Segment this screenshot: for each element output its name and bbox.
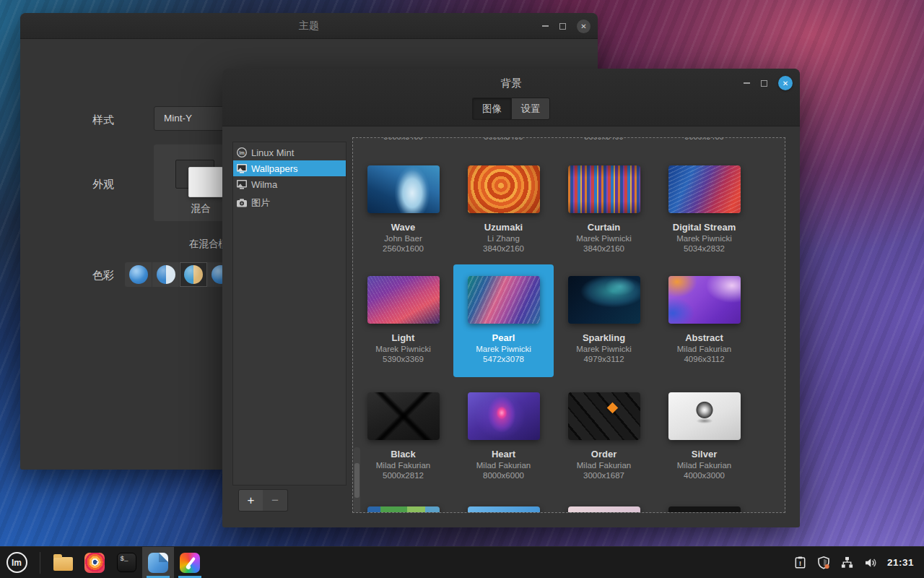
wallpaper-author: John Baer xyxy=(384,234,422,243)
wallpaper-resolution: 3840x2160 xyxy=(483,244,524,254)
wallpaper-author: Milad Fakurian xyxy=(476,461,531,470)
wallpaper-thumbnail[interactable] xyxy=(568,276,640,324)
view-switcher: 图像 设置 xyxy=(222,98,800,120)
volume-tray-icon[interactable] xyxy=(863,556,878,570)
wallpaper-thumbnail[interactable] xyxy=(668,392,741,440)
desktop: 主题 ✕ 样式 Mint-Y 外观 混合 在混合模 色彩 背景 xyxy=(0,0,924,578)
wallpaper-resolution: 5034x2832 xyxy=(684,244,725,254)
wallpaper-folders-sidebar: lm Linux Mint Wallpapers Wilma xyxy=(232,142,346,486)
wallpaper-thumbnail[interactable] xyxy=(468,506,540,513)
background-window: 背景 ✕ 图像 设置 lm Linux Mint xyxy=(222,69,800,527)
grid-scrollbar[interactable] xyxy=(354,447,360,513)
wallpaper-item[interactable]: Abstract Milad Fakurian 4096x3112 xyxy=(654,264,754,377)
wallpaper-thumbnail[interactable] xyxy=(568,165,640,213)
wallpaper-thumbnail[interactable] xyxy=(568,392,640,440)
wallpaper-author: Milad Fakurian xyxy=(677,345,731,354)
wallpaper-thumbnail[interactable] xyxy=(568,506,640,513)
firewall-shield-tray-icon[interactable] xyxy=(816,556,831,570)
backgrounds-app-button[interactable] xyxy=(142,547,174,578)
sidebar-item-linux-mint[interactable]: lm Linux Mint xyxy=(233,144,346,160)
tab-images[interactable]: 图像 xyxy=(472,98,511,120)
files-launcher[interactable] xyxy=(47,547,79,578)
terminal-icon: $_ xyxy=(117,553,136,572)
wallpaper-item[interactable]: Light Marek Piwnicki 5390x3369 xyxy=(353,264,453,377)
firefox-launcher[interactable] xyxy=(79,547,110,578)
wallpaper-item[interactable]: Black Milad Fakurian 5000x2812 xyxy=(353,387,453,480)
clipped-resolution: 5000x3400 xyxy=(353,138,453,143)
wallpaper-item[interactable]: Heart Milad Fakurian 8000x6000 xyxy=(453,387,554,480)
wallpaper-thumbnail[interactable] xyxy=(367,392,440,440)
linuxmint-logo-icon: lm xyxy=(6,552,27,573)
close-icon[interactable]: ✕ xyxy=(577,20,590,33)
wallpaper-thumbnail[interactable] xyxy=(668,506,741,513)
wallpaper-item[interactable]: Digital Stream Marek Piwnicki 5034x2832 xyxy=(654,160,754,254)
mint-menu-button[interactable]: lm xyxy=(0,547,33,578)
wallpaper-item[interactable]: Uzumaki Li Zhang 3840x2160 xyxy=(453,160,554,254)
wallpaper-resolution: 5390x3369 xyxy=(383,355,424,364)
wallpaper-name: Curtain xyxy=(588,222,621,233)
color-swatch-blue[interactable] xyxy=(125,262,152,287)
wallpaper-thumbnail[interactable] xyxy=(668,276,741,324)
wallpaper-author: Marek Piwnicki xyxy=(576,345,632,354)
themes-app-icon xyxy=(180,553,200,573)
minimize-icon[interactable] xyxy=(542,25,549,27)
clipped-wallpaper-row-bottom xyxy=(353,506,754,513)
wallpaper-thumbnail[interactable] xyxy=(468,165,540,213)
wallpaper-name: Digital Stream xyxy=(673,222,736,233)
wallpaper-author: Marek Piwnicki xyxy=(676,234,732,243)
style-label: 样式 xyxy=(92,113,114,127)
wallpaper-thumbnail[interactable] xyxy=(468,392,540,440)
add-folder-button[interactable]: + xyxy=(238,489,263,512)
network-tray-icon[interactable] xyxy=(840,556,854,569)
taskbar-separator xyxy=(40,552,40,574)
wallpaper-resolution: 2560x1600 xyxy=(383,244,424,254)
svg-text:lm: lm xyxy=(239,150,245,155)
maximize-icon[interactable] xyxy=(559,23,566,30)
sidebar-item-wilma[interactable]: Wilma xyxy=(233,176,346,192)
wallpaper-thumbnail[interactable] xyxy=(367,506,440,513)
wallpaper-item[interactable]: Order Milad Fakurian 3000x1687 xyxy=(554,387,654,480)
remove-folder-button[interactable]: − xyxy=(263,489,288,512)
sidebar-item-label: Wallpapers xyxy=(251,163,298,174)
wallpaper-author: Milad Fakurian xyxy=(677,461,731,470)
wallpaper-icon xyxy=(236,163,248,174)
wallpaper-item[interactable]: Wave John Baer 2560x1600 xyxy=(353,160,453,254)
wallpaper-resolution: 5472x3078 xyxy=(483,355,524,364)
wallpaper-thumbnail[interactable] xyxy=(468,276,540,324)
close-icon[interactable]: ✕ xyxy=(778,76,793,90)
update-manager-tray-icon[interactable]: ! xyxy=(793,556,807,569)
wallpaper-resolution: 4000x3000 xyxy=(684,471,725,480)
wallpaper-thumbnail[interactable] xyxy=(668,165,741,213)
wallpaper-item-selected[interactable]: Pearl Marek Piwnicki 5472x3078 xyxy=(453,264,554,377)
sidebar-item-wallpapers[interactable]: Wallpapers xyxy=(233,160,346,176)
color-swatch-blue-sand-selected[interactable] xyxy=(180,262,207,287)
wallpaper-name: Black xyxy=(391,449,416,460)
colors-label: 色彩 xyxy=(92,269,114,282)
wallpaper-icon xyxy=(236,178,248,190)
wallpaper-item[interactable]: Silver Milad Fakurian 4000x3000 xyxy=(654,387,754,480)
maximize-icon[interactable] xyxy=(761,80,767,87)
wallpaper-resolution: 3840x2160 xyxy=(583,244,624,254)
themes-window-title: 主题 xyxy=(20,20,598,33)
folder-icon xyxy=(53,557,73,571)
sidebar-item-pictures[interactable]: 图片 xyxy=(233,195,346,211)
svg-text:!: ! xyxy=(799,560,801,567)
background-window-title: 背景 xyxy=(222,77,800,90)
wallpaper-item[interactable]: Sparkling Marek Piwnicki 4979x3112 xyxy=(554,264,654,377)
terminal-launcher[interactable]: $_ xyxy=(110,547,142,578)
tab-settings[interactable]: 设置 xyxy=(511,98,550,120)
themes-titlebar[interactable]: 主题 ✕ xyxy=(20,13,598,39)
wallpaper-item[interactable]: Curtain Marek Piwnicki 3840x2160 xyxy=(554,160,654,254)
clipped-resolution: 5000x3400 xyxy=(654,138,754,143)
accent-color-swatches xyxy=(125,262,235,287)
themes-app-button[interactable] xyxy=(174,547,206,578)
wallpaper-resolution: 3000x1687 xyxy=(583,471,624,480)
wallpaper-name: Sparkling xyxy=(583,332,625,343)
minimize-icon[interactable] xyxy=(744,82,750,84)
taskbar-clock[interactable]: 21:31 xyxy=(887,557,914,568)
background-titlebar[interactable]: 背景 ✕ xyxy=(222,69,800,98)
grid-scrollbar-thumb[interactable] xyxy=(354,463,359,498)
wallpaper-thumbnail[interactable] xyxy=(367,276,440,324)
color-swatch-blue-light[interactable] xyxy=(152,262,180,287)
wallpaper-thumbnail[interactable] xyxy=(367,165,440,213)
